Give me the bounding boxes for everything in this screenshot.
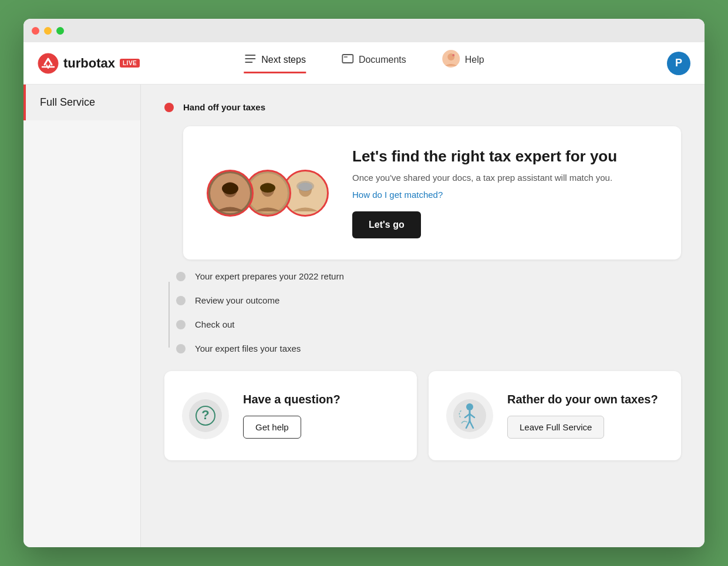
expert-card: Let's find the right tax expert for you … xyxy=(183,126,681,260)
tab-next-steps[interactable]: Next steps xyxy=(244,53,306,73)
expert-avatar-1 xyxy=(207,170,254,217)
user-avatar[interactable]: P xyxy=(667,52,690,75)
app-body: turbotax LIVE Next steps xyxy=(23,42,705,547)
content-wrapper: Full Service Hand off your taxes xyxy=(23,85,705,547)
expert-card-subtitle: Once you've shared your docs, a tax prep… xyxy=(352,173,658,183)
close-dot[interactable] xyxy=(32,27,39,35)
svg-line-26 xyxy=(470,421,473,428)
svg-point-18 xyxy=(298,183,312,191)
top-nav: turbotax LIVE Next steps xyxy=(23,42,705,85)
own-taxes-card-content: Rather do your own taxes? Leave Full Ser… xyxy=(507,393,658,439)
tab-documents[interactable]: Documents xyxy=(341,53,406,73)
main-content: Hand off your taxes xyxy=(141,85,705,547)
documents-icon xyxy=(341,53,354,67)
svg-text:?: ? xyxy=(201,407,209,422)
step-item-hand-off: Hand off your taxes xyxy=(164,102,681,112)
nav-tabs: Next steps Documents xyxy=(244,49,484,78)
svg-point-14 xyxy=(260,183,275,193)
question-card-title: Have a question? xyxy=(243,393,341,406)
svg-point-21 xyxy=(466,403,473,410)
live-badge: LIVE xyxy=(120,59,140,68)
step-label-expert-prepares: Your expert prepares your 2022 return xyxy=(195,271,344,281)
step-label-checkout: Check out xyxy=(195,319,235,329)
expert-card-title: Let's find the right tax expert for you xyxy=(352,147,658,166)
question-icon-wrap: ? xyxy=(182,392,229,439)
fullscreen-dot[interactable] xyxy=(56,27,64,35)
expert-match-link[interactable]: How do I get matched? xyxy=(352,190,658,200)
titlebar xyxy=(23,19,705,42)
own-taxes-icon xyxy=(453,399,486,432)
sidebar: Full Service xyxy=(23,85,141,547)
svg-point-8 xyxy=(452,54,454,56)
question-card: ? Have a question? Get help xyxy=(164,371,417,460)
own-taxes-card: Rather do your own taxes? Leave Full Ser… xyxy=(429,371,681,460)
get-help-button[interactable]: Get help xyxy=(243,416,301,439)
step-label-review: Review your outcome xyxy=(195,295,279,305)
next-steps-icon xyxy=(244,53,257,67)
step-dot-checkout xyxy=(176,320,186,329)
logo-text: turbotax xyxy=(63,56,115,71)
tab-documents-label: Documents xyxy=(359,55,406,65)
step-dot-expert-files xyxy=(176,344,186,353)
sidebar-item-full-service[interactable]: Full Service xyxy=(23,85,140,120)
steps-list: Hand off your taxes xyxy=(164,102,681,112)
minimize-dot[interactable] xyxy=(44,27,52,35)
bottom-cards: ? Have a question? Get help xyxy=(164,371,681,460)
step-item-review: Review your outcome xyxy=(176,295,681,305)
svg-point-0 xyxy=(38,53,58,73)
tab-help[interactable]: Help xyxy=(441,49,484,78)
svg-point-11 xyxy=(222,183,238,194)
app-window: turbotax LIVE Next steps xyxy=(23,19,705,547)
step-item-expert-prepares: Your expert prepares your 2022 return xyxy=(176,271,681,281)
step-dot-hand-off xyxy=(164,103,174,112)
step-label-hand-off: Hand off your taxes xyxy=(183,102,265,112)
step-dot-review xyxy=(176,296,186,305)
lets-go-button[interactable]: Let's go xyxy=(352,211,421,238)
own-taxes-icon-wrap xyxy=(446,392,493,439)
own-taxes-card-title: Rather do your own taxes? xyxy=(507,393,658,406)
expert-info: Let's find the right tax expert for you … xyxy=(352,147,658,238)
question-icon: ? xyxy=(189,399,222,432)
step-dot-expert-prepares xyxy=(176,272,186,281)
help-avatar-icon xyxy=(441,49,460,71)
step-label-expert-files: Your expert files your taxes xyxy=(195,343,301,353)
question-card-content: Have a question? Get help xyxy=(243,393,341,439)
logo-area: turbotax LIVE xyxy=(38,53,155,74)
expert-avatars xyxy=(207,170,329,217)
step-item-checkout: Check out xyxy=(176,319,681,329)
turbotax-logo-icon xyxy=(38,53,59,74)
tab-next-steps-label: Next steps xyxy=(261,55,306,65)
leave-full-service-button[interactable]: Leave Full Service xyxy=(507,416,604,439)
svg-rect-4 xyxy=(342,55,353,63)
steps-list-remaining: Your expert prepares your 2022 return Re… xyxy=(164,271,681,353)
tab-help-label: Help xyxy=(465,55,484,65)
step-item-expert-files: Your expert files your taxes xyxy=(176,343,681,353)
